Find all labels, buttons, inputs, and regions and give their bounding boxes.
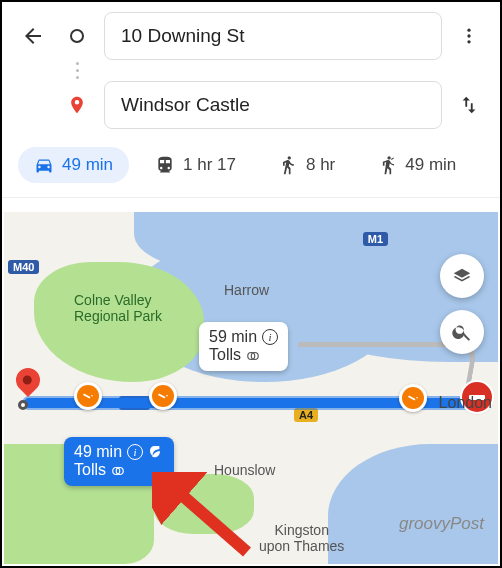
- mode-transit[interactable]: 1 hr 17: [139, 147, 252, 183]
- park-label: Colne ValleyRegional Park: [74, 292, 162, 324]
- main-route-detail: Tolls: [74, 461, 106, 479]
- place-kingston: Kingstonupon Thames: [259, 522, 344, 554]
- alt-route-callout[interactable]: 59 mini Tolls: [199, 322, 288, 371]
- main-route-duration: 49 min: [74, 443, 122, 461]
- info-icon: i: [262, 329, 278, 345]
- speed-camera-icon[interactable]: [74, 382, 102, 410]
- transit-icon: [155, 155, 175, 175]
- more-vert-icon: [459, 26, 479, 46]
- place-hounslow: Hounslow: [214, 462, 275, 478]
- mode-driving-duration: 49 min: [62, 155, 113, 175]
- eco-leaf-icon: [148, 444, 164, 460]
- search-icon: [451, 321, 473, 343]
- origin-marker-icon: [60, 19, 94, 53]
- main-route-callout[interactable]: 49 mini Tolls: [64, 437, 174, 486]
- speed-camera-icon[interactable]: [149, 382, 177, 410]
- place-harrow: Harrow: [224, 282, 269, 298]
- travel-mode-tabs: 49 min 1 hr 17 8 hr 49 min: [2, 137, 500, 198]
- swap-vert-icon: [458, 94, 480, 116]
- road-shield-m1: M1: [363, 232, 388, 246]
- directions-header: 10 Downing St Windsor Castle: [2, 2, 500, 137]
- destination-input[interactable]: Windsor Castle: [104, 81, 442, 129]
- waypoint-connector-icon: [60, 60, 94, 81]
- map-canvas[interactable]: Colne ValleyRegional Park Harrow Hounslo…: [4, 212, 498, 564]
- watermark: groovyPost: [399, 514, 484, 534]
- city-london-label: London: [439, 394, 492, 412]
- speed-camera-icon[interactable]: [399, 384, 427, 412]
- mode-rideshare-duration: 49 min: [405, 155, 456, 175]
- road-shield-m40: M40: [8, 260, 39, 274]
- alt-route-duration: 59 min: [209, 328, 257, 346]
- map-search-button[interactable]: [440, 310, 484, 354]
- road-shield-a4: A4: [294, 408, 318, 422]
- destination-value: Windsor Castle: [121, 94, 250, 116]
- mode-driving[interactable]: 49 min: [18, 147, 129, 183]
- mode-walking-duration: 8 hr: [306, 155, 335, 175]
- info-icon: i: [127, 444, 143, 460]
- destination-marker-icon: [60, 88, 94, 122]
- swap-endpoints-button[interactable]: [452, 88, 486, 122]
- walk-icon: [278, 155, 298, 175]
- layers-icon: [451, 265, 473, 287]
- svg-point-1: [467, 34, 470, 37]
- svg-point-0: [467, 29, 470, 32]
- back-arrow-icon: [21, 24, 45, 48]
- rideshare-icon: [377, 155, 397, 175]
- svg-point-2: [467, 40, 470, 43]
- mode-walking[interactable]: 8 hr: [262, 147, 351, 183]
- overflow-menu-button[interactable]: [452, 19, 486, 53]
- toll-icon: [111, 464, 125, 478]
- mode-rideshare[interactable]: 49 min: [361, 147, 472, 183]
- destination-pin-icon: [16, 368, 44, 392]
- car-icon: [34, 155, 54, 175]
- alt-route-detail: Tolls: [209, 346, 241, 364]
- back-button[interactable]: [16, 19, 50, 53]
- layers-button[interactable]: [440, 254, 484, 298]
- origin-value: 10 Downing St: [121, 25, 245, 47]
- route-endpoint-dot: [18, 400, 28, 410]
- mode-transit-duration: 1 hr 17: [183, 155, 236, 175]
- origin-input[interactable]: 10 Downing St: [104, 12, 442, 60]
- toll-icon: [246, 349, 260, 363]
